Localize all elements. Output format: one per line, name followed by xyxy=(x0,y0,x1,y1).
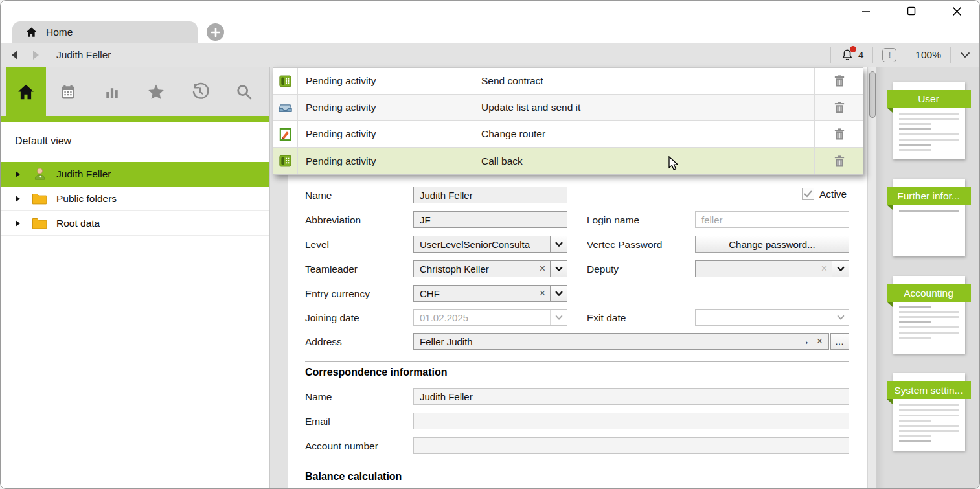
add-tab-button[interactable] xyxy=(207,23,224,41)
expand-caret-icon[interactable] xyxy=(15,170,23,178)
account-number-field[interactable] xyxy=(413,437,849,454)
trash-icon xyxy=(832,100,847,115)
address-more-button[interactable]: … xyxy=(830,333,849,350)
level-dropdown[interactable]: UserLevelSeniorConsulta xyxy=(413,236,567,253)
tree-item-public-folders[interactable]: Public folders xyxy=(1,187,269,211)
history-icon xyxy=(190,82,210,102)
folder-icon xyxy=(32,217,47,230)
exit-date-field[interactable] xyxy=(695,309,849,326)
home-icon xyxy=(16,82,36,102)
thumbnail-preview xyxy=(899,404,959,446)
correspondence-name-field[interactable]: Judith Feller xyxy=(413,388,849,405)
abbreviation-field[interactable]: JF xyxy=(413,211,567,228)
ribbon-fold xyxy=(887,108,893,113)
activity-type: Pending activity xyxy=(297,121,473,147)
field-label-corr-name: Name xyxy=(305,391,332,403)
tree-item-label: Judith Feller xyxy=(56,168,111,180)
chevron-down-icon[interactable] xyxy=(550,286,567,301)
expand-caret-icon[interactable] xyxy=(15,220,23,227)
chevron-down-icon[interactable] xyxy=(550,261,567,277)
chevron-down-icon[interactable] xyxy=(550,236,567,252)
activity-row[interactable]: Pending activity Send contract xyxy=(273,68,863,95)
sidebar-tab-search[interactable] xyxy=(222,67,266,116)
activity-row[interactable]: Pending activity Update list and send it xyxy=(273,95,863,121)
thumbnail-further-information[interactable]: Further infor... xyxy=(893,179,965,256)
breadcrumb-title: Judith Feller xyxy=(56,49,111,61)
change-password-button[interactable]: Change password... xyxy=(695,236,849,253)
ribbon-fold xyxy=(887,302,893,307)
maximize-icon[interactable] xyxy=(889,1,934,21)
activity-row-selected[interactable]: Pending activity Call back xyxy=(273,148,863,174)
thumbnail-ribbon: User xyxy=(887,90,971,108)
plus-icon xyxy=(211,28,220,37)
sidebar-tab-calendar[interactable] xyxy=(46,67,90,116)
thumbnail-accounting[interactable]: Accounting xyxy=(893,276,965,354)
clear-icon[interactable]: × xyxy=(535,261,550,277)
tree-item-label: Public folders xyxy=(56,193,117,205)
active-checkbox-row: Active xyxy=(802,188,847,200)
field-label-level: Level xyxy=(305,239,329,251)
view-title: Default view xyxy=(1,122,269,161)
deputy-dropdown[interactable]: × xyxy=(695,260,849,277)
tree-item-judith-feller[interactable]: Judith Feller xyxy=(1,162,269,187)
activity-title: Call back xyxy=(473,148,814,174)
forward-button[interactable] xyxy=(28,47,45,63)
sidebar-tab-reports[interactable] xyxy=(90,67,134,116)
entry-currency-dropdown[interactable]: CHF × xyxy=(413,285,567,302)
joining-date-field[interactable]: 01.02.2025 xyxy=(413,309,567,326)
minimize-icon[interactable] xyxy=(843,1,889,21)
clear-icon[interactable]: × xyxy=(817,335,823,347)
sidebar-tab-home[interactable] xyxy=(6,67,46,116)
delete-button[interactable] xyxy=(814,121,863,147)
close-icon[interactable] xyxy=(934,1,979,21)
notifications-button[interactable]: 4 xyxy=(831,43,872,67)
tree-item-root-data[interactable]: Root data xyxy=(1,211,269,236)
chevron-down-icon[interactable] xyxy=(832,261,849,277)
activity-type: Pending activity xyxy=(297,68,473,94)
thumbnail-system-settings[interactable]: System settin... xyxy=(893,373,965,451)
notification-count: 4 xyxy=(858,49,863,60)
teamleader-dropdown[interactable]: Christoph Keller × xyxy=(413,260,567,277)
delete-button[interactable] xyxy=(814,148,863,174)
home-icon xyxy=(25,26,38,38)
chevron-down-icon xyxy=(960,51,970,59)
back-button[interactable] xyxy=(6,47,23,63)
titlebar xyxy=(1,1,979,21)
chevron-down-icon[interactable] xyxy=(832,310,849,325)
activity-type: Pending activity xyxy=(297,148,473,174)
field-label-name: Name xyxy=(305,190,332,201)
zoom-control[interactable]: 100% xyxy=(906,43,950,67)
clear-icon[interactable]: × xyxy=(535,286,550,301)
inbox-icon xyxy=(273,95,297,120)
star-icon xyxy=(146,82,166,102)
field-label-deputy: Deputy xyxy=(587,264,619,275)
field-label-abbreviation: Abbreviation xyxy=(305,214,361,226)
tab-home[interactable]: Home xyxy=(12,21,198,43)
ribbon-fold xyxy=(887,399,893,404)
activity-row[interactable]: Pending activity Change router xyxy=(273,121,863,148)
field-label-teamleader: Teamleader xyxy=(305,264,358,275)
folder-icon xyxy=(32,192,47,205)
scrollbar-thumb[interactable] xyxy=(869,71,876,118)
expand-caret-icon[interactable] xyxy=(15,195,23,203)
thumbnail-preview xyxy=(899,113,959,154)
sidebar-tab-favorites[interactable] xyxy=(134,67,178,116)
alerts-button[interactable]: ! xyxy=(873,43,906,67)
name-field[interactable]: Judith Feller xyxy=(413,187,567,203)
goto-address-icon[interactable]: → xyxy=(799,335,810,348)
active-checkbox[interactable] xyxy=(802,188,814,200)
thumbnail-user[interactable]: User xyxy=(893,82,965,159)
clear-icon[interactable]: × xyxy=(817,261,832,277)
login-name-field[interactable]: feller xyxy=(695,211,849,228)
sidebar-tab-history[interactable] xyxy=(178,67,222,116)
delete-button[interactable] xyxy=(814,68,863,94)
thumbnail-ribbon: System settin... xyxy=(887,381,971,399)
delete-button[interactable] xyxy=(814,95,863,120)
chevron-down-icon[interactable] xyxy=(550,310,567,325)
field-label-joining-date: Joining date xyxy=(305,312,359,324)
form-scrollbar[interactable] xyxy=(867,67,876,489)
email-field[interactable] xyxy=(413,413,849,429)
activity-type: Pending activity xyxy=(297,95,473,120)
address-field[interactable]: Feller Judith → × xyxy=(413,333,829,350)
menu-dropdown-button[interactable] xyxy=(951,43,979,67)
